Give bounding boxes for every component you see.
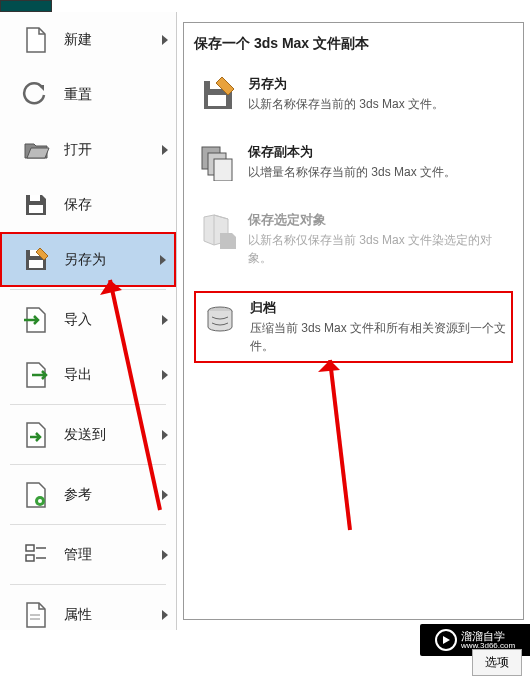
play-icon bbox=[435, 629, 457, 651]
subitem-savecopy-text: 保存副本为 以增量名称保存当前的 3ds Max 文件。 bbox=[248, 143, 509, 181]
app-title-bar bbox=[0, 0, 52, 12]
menu-new[interactable]: 新建 bbox=[0, 12, 176, 67]
chevron-right-icon bbox=[162, 315, 168, 325]
sendto-icon bbox=[20, 419, 52, 451]
subitem-saveas[interactable]: 另存为 以新名称保存当前的 3ds Max 文件。 bbox=[194, 71, 513, 119]
svg-marker-22 bbox=[443, 636, 450, 644]
subitem-saveselected-title: 保存选定对象 bbox=[248, 211, 509, 229]
saveselected-icon bbox=[198, 211, 238, 251]
right-panel: 保存一个 3ds Max 文件副本 另存为 以新名称保存当前的 3ds Max … bbox=[183, 22, 524, 620]
subitem-archive-text: 归档 压缩当前 3ds Max 文件和所有相关资源到一个文件。 bbox=[250, 299, 507, 355]
savecopy-icon bbox=[198, 143, 238, 183]
svg-rect-1 bbox=[29, 205, 43, 213]
svg-rect-13 bbox=[208, 95, 226, 106]
watermark-name: 溜溜自学 bbox=[461, 630, 515, 642]
import-icon bbox=[20, 304, 52, 336]
menu-export-label: 导出 bbox=[64, 366, 162, 384]
reference-icon bbox=[20, 479, 52, 511]
svg-rect-16 bbox=[214, 159, 232, 181]
separator bbox=[10, 524, 166, 525]
export-icon bbox=[20, 359, 52, 391]
archive-icon bbox=[200, 299, 240, 339]
options-button[interactable]: 选项 bbox=[472, 649, 522, 676]
subitem-archive-title: 归档 bbox=[250, 299, 507, 317]
chevron-right-icon bbox=[162, 610, 168, 620]
chevron-right-icon bbox=[162, 430, 168, 440]
subitem-savecopy[interactable]: 保存副本为 以增量名称保存当前的 3ds Max 文件。 bbox=[194, 139, 513, 187]
left-menu: 新建 重置 打开 保存 另存为 bbox=[0, 12, 177, 630]
menu-saveas[interactable]: 另存为 bbox=[0, 232, 176, 287]
svg-rect-3 bbox=[29, 260, 43, 268]
menu-new-label: 新建 bbox=[64, 31, 162, 49]
menu-sendto-label: 发送到 bbox=[64, 426, 162, 444]
menu-import-label: 导入 bbox=[64, 311, 162, 329]
svg-rect-6 bbox=[26, 545, 34, 551]
separator bbox=[10, 584, 166, 585]
menu-reset[interactable]: 重置 bbox=[0, 67, 176, 122]
menu-manage-label: 管理 bbox=[64, 546, 162, 564]
subitem-archive-desc: 压缩当前 3ds Max 文件和所有相关资源到一个文件。 bbox=[250, 319, 507, 355]
saveas-icon bbox=[20, 244, 52, 276]
svg-rect-7 bbox=[26, 555, 34, 561]
menu-properties[interactable]: 属性 bbox=[0, 587, 176, 642]
menu-import[interactable]: 导入 bbox=[0, 292, 176, 347]
subitem-archive[interactable]: 归档 压缩当前 3ds Max 文件和所有相关资源到一个文件。 bbox=[194, 291, 513, 363]
chevron-right-icon bbox=[162, 35, 168, 45]
main-container: 新建 重置 打开 保存 另存为 bbox=[0, 12, 530, 630]
subitem-saveas-title: 另存为 bbox=[248, 75, 509, 93]
open-icon bbox=[20, 134, 52, 166]
menu-open[interactable]: 打开 bbox=[0, 122, 176, 177]
svg-point-5 bbox=[38, 499, 42, 503]
menu-saveas-label: 另存为 bbox=[64, 251, 160, 269]
separator bbox=[10, 464, 166, 465]
menu-open-label: 打开 bbox=[64, 141, 162, 159]
reset-icon bbox=[20, 79, 52, 111]
chevron-right-icon bbox=[162, 370, 168, 380]
subitem-saveselected: 保存选定对象 以新名称仅保存当前 3ds Max 文件染选定的对象。 bbox=[194, 207, 513, 271]
menu-export[interactable]: 导出 bbox=[0, 347, 176, 402]
subitem-saveas-desc: 以新名称保存当前的 3ds Max 文件。 bbox=[248, 95, 509, 113]
manage-icon bbox=[20, 539, 52, 571]
panel-title: 保存一个 3ds Max 文件副本 bbox=[194, 35, 513, 53]
menu-reference[interactable]: 参考 bbox=[0, 467, 176, 522]
menu-save[interactable]: 保存 bbox=[0, 177, 176, 232]
menu-reset-label: 重置 bbox=[64, 86, 168, 104]
bottom-bar: 选项 bbox=[458, 641, 530, 684]
chevron-right-icon bbox=[162, 550, 168, 560]
subitem-saveselected-text: 保存选定对象 以新名称仅保存当前 3ds Max 文件染选定的对象。 bbox=[248, 211, 509, 267]
menu-reference-label: 参考 bbox=[64, 486, 162, 504]
save-icon bbox=[20, 189, 52, 221]
subitem-savecopy-desc: 以增量名称保存当前的 3ds Max 文件。 bbox=[248, 163, 509, 181]
svg-rect-0 bbox=[30, 195, 40, 201]
chevron-right-icon bbox=[160, 255, 166, 265]
menu-save-label: 保存 bbox=[64, 196, 168, 214]
menu-properties-label: 属性 bbox=[64, 606, 162, 624]
subitem-saveas-text: 另存为 以新名称保存当前的 3ds Max 文件。 bbox=[248, 75, 509, 113]
subitem-savecopy-title: 保存副本为 bbox=[248, 143, 509, 161]
new-icon bbox=[20, 24, 52, 56]
chevron-right-icon bbox=[162, 490, 168, 500]
menu-sendto[interactable]: 发送到 bbox=[0, 407, 176, 462]
subitem-saveselected-desc: 以新名称仅保存当前 3ds Max 文件染选定的对象。 bbox=[248, 231, 509, 267]
saveas-large-icon bbox=[198, 75, 238, 115]
separator bbox=[10, 289, 166, 290]
chevron-right-icon bbox=[162, 145, 168, 155]
properties-icon bbox=[20, 599, 52, 631]
separator bbox=[10, 404, 166, 405]
menu-manage[interactable]: 管理 bbox=[0, 527, 176, 582]
